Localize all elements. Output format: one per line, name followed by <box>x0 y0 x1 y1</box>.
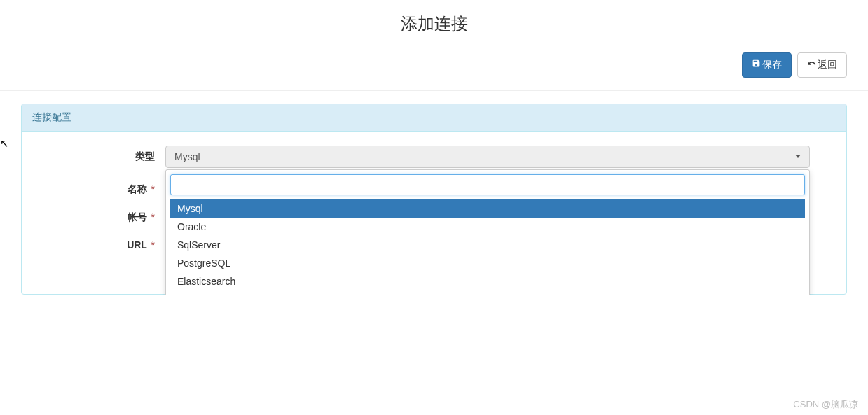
panel-body: 类型 Mysql MysqlOracleSqlServerPostgreSQLE… <box>22 132 846 294</box>
save-button-label: 保存 <box>762 58 782 72</box>
dropdown-item[interactable]: Oracle <box>170 218 805 236</box>
dropdown-search-input[interactable] <box>170 174 805 195</box>
dropdown-item[interactable]: Elasticsearch <box>170 272 805 290</box>
dropdown-item[interactable]: Mysql <box>170 199 805 218</box>
save-icon <box>752 58 761 72</box>
back-button[interactable]: 返回 <box>797 52 847 78</box>
page-title: 添加连接 <box>0 0 868 52</box>
toolbar: 保存 返回 <box>0 52 868 91</box>
chevron-down-icon <box>795 155 801 158</box>
dropdown-item[interactable]: SqlServer <box>170 236 805 254</box>
panel-heading: 连接配置 <box>22 104 846 132</box>
label-name: 名称 * <box>32 183 165 196</box>
back-button-label: 返回 <box>818 58 837 72</box>
dropdown-item[interactable]: PostgreSQL <box>170 254 805 272</box>
label-account: 帐号 * <box>32 211 165 224</box>
type-select-value: Mysql <box>174 151 200 162</box>
save-button[interactable]: 保存 <box>742 52 792 78</box>
label-url: URL * <box>32 239 165 251</box>
row-type: 类型 Mysql MysqlOracleSqlServerPostgreSQLE… <box>32 146 836 168</box>
cursor-icon: ↖ <box>0 137 9 150</box>
back-icon <box>807 58 816 72</box>
type-select[interactable]: Mysql <box>165 146 810 168</box>
dropdown-list: MysqlOracleSqlServerPostgreSQLElasticsea… <box>170 199 805 295</box>
dropdown-item[interactable]: Kafka <box>170 290 805 295</box>
config-panel: 连接配置 类型 Mysql MysqlOracleSqlServerPostgr… <box>21 104 847 295</box>
type-dropdown: MysqlOracleSqlServerPostgreSQLElasticsea… <box>165 169 810 295</box>
label-type: 类型 <box>32 150 165 163</box>
